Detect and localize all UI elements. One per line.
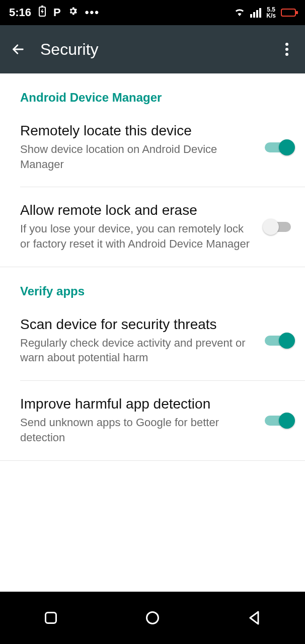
setting-improve-detection[interactable]: Improve harmful app detection Send unkno… [0,381,305,460]
battery-charging-icon [38,6,46,20]
section-divider [0,460,305,461]
svg-point-4 [285,48,288,51]
overflow-menu-button[interactable] [276,38,298,60]
setting-subtitle: Send unknown apps to Google for better d… [20,415,252,445]
circle-icon [146,611,159,624]
page-title: Security [40,40,276,59]
navigation-bar [0,592,305,644]
section-header-verify: Verify apps [0,267,305,301]
nav-back-button[interactable] [234,603,274,633]
triangle-back-icon [248,611,260,625]
toggle-improve-detection[interactable] [265,416,291,426]
setting-subtitle: Show device location on Android Device M… [20,142,252,172]
setting-scan-threats[interactable]: Scan device for security threats Regular… [0,301,305,380]
toggle-scan-threats[interactable] [265,336,291,346]
status-time: 5:16 [9,6,31,19]
setting-title: Scan device for security threats [20,316,252,333]
toggle-remotely-locate[interactable] [265,142,291,152]
settings-list[interactable]: Android Device Manager Remotely locate t… [0,73,305,592]
more-notifications-icon: ••• [85,6,100,19]
svg-rect-1 [41,6,43,7]
wifi-icon [234,6,245,19]
setting-subtitle: Regularly check device activity and prev… [20,336,252,365]
network-rate: 5.5 K/s [266,7,276,19]
section-header-adm: Android Device Manager [0,73,305,108]
square-icon [45,612,57,624]
back-button[interactable] [7,38,29,60]
svg-point-5 [285,53,288,56]
toggle-remote-lock-erase[interactable] [265,222,291,232]
setting-title: Remotely locate this device [20,123,252,139]
p-icon: P [53,6,61,19]
setting-remotely-locate[interactable]: Remotely locate this device Show device … [0,108,305,187]
setting-subtitle: If you lose your device, you can remotel… [20,221,252,251]
nav-recent-button[interactable] [31,603,71,633]
setting-title: Allow remote lock and erase [20,202,252,218]
status-bar: 5:16 P ••• 5.5 K/s [0,0,305,25]
nav-home-button[interactable] [132,603,173,633]
rate-unit: K/s [266,13,276,19]
app-bar: Security [0,25,305,73]
battery-icon [281,9,296,17]
gear-icon [68,6,78,19]
setting-title: Improve harmful app detection [20,396,252,412]
signal-icon [250,8,261,18]
setting-remote-lock-erase[interactable]: Allow remote lock and erase If you lose … [0,187,305,266]
svg-point-3 [285,43,288,46]
